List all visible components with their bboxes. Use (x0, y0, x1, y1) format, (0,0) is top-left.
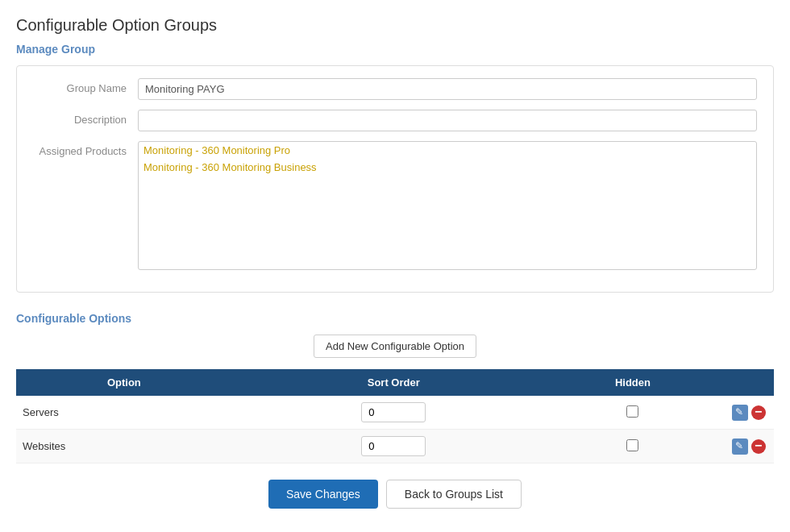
page-title: Configurable Option Groups (16, 16, 774, 35)
col-header-option: Option (16, 369, 232, 396)
hidden-checkbox-1[interactable] (626, 439, 638, 451)
add-new-configurable-option-button[interactable]: Add New Configurable Option (314, 335, 476, 358)
configurable-options-heading: Configurable Options (16, 312, 774, 325)
table-row: Servers (16, 396, 774, 430)
actions-cell-1 (710, 430, 774, 463)
hidden-cell-0 (555, 396, 710, 430)
assigned-products-label: Assigned Products (33, 141, 138, 157)
product-option-0[interactable]: Monitoring - 360 Monitoring Pro (139, 142, 756, 159)
actions-cell-0 (710, 396, 774, 430)
product-option-1[interactable]: Monitoring - 360 Monitoring Business (139, 159, 756, 176)
col-header-hidden: Hidden (555, 369, 710, 396)
assigned-products-row: Assigned Products Monitoring - 360 Monit… (33, 141, 757, 270)
delete-icon-1[interactable] (751, 439, 766, 454)
options-table: Option Sort Order Hidden Servers (16, 369, 774, 463)
manage-group-panel: Group Name Description Assigned Products… (16, 65, 774, 293)
col-header-sort-order: Sort Order (232, 369, 555, 396)
delete-icon-0[interactable] (751, 405, 766, 420)
group-name-input[interactable] (138, 78, 757, 100)
assigned-products-select[interactable]: Monitoring - 360 Monitoring Pro Monitori… (138, 141, 757, 270)
sort-order-input-1[interactable] (361, 436, 426, 456)
table-header-row: Option Sort Order Hidden (16, 369, 774, 396)
back-to-groups-list-button[interactable]: Back to Groups List (386, 480, 522, 509)
table-row: Websites (16, 430, 774, 463)
option-name-1: Websites (16, 430, 232, 463)
manage-group-heading: Manage Group (16, 43, 774, 56)
option-name-0: Servers (16, 396, 232, 430)
add-btn-row: Add New Configurable Option (16, 335, 774, 358)
edit-icon-0[interactable] (732, 405, 748, 421)
group-name-row: Group Name (33, 78, 757, 100)
col-header-actions (710, 369, 774, 396)
sort-order-cell-1 (232, 430, 555, 463)
hidden-checkbox-0[interactable] (626, 405, 638, 418)
action-icons-0 (718, 405, 766, 421)
hidden-cell-1 (555, 430, 710, 463)
group-name-label: Group Name (33, 78, 138, 94)
save-changes-button[interactable]: Save Changes (268, 480, 378, 509)
action-icons-1 (718, 438, 766, 455)
description-row: Description (33, 110, 757, 131)
description-input[interactable] (138, 110, 757, 131)
sort-order-cell-0 (232, 396, 555, 430)
sort-order-input-0[interactable] (361, 402, 426, 422)
footer-buttons: Save Changes Back to Groups List (16, 480, 774, 509)
edit-icon-1[interactable] (732, 438, 748, 455)
configurable-options-section: Configurable Options Add New Configurabl… (16, 312, 774, 463)
description-label: Description (33, 110, 138, 126)
